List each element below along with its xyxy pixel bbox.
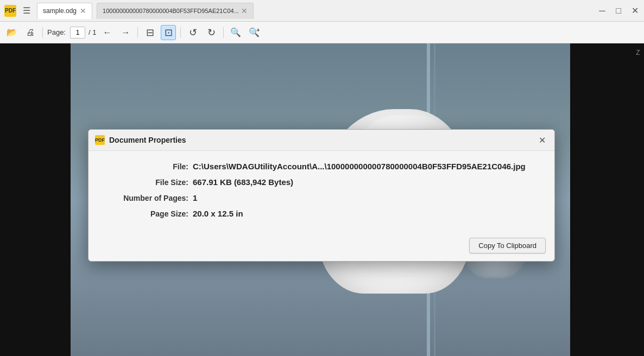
rotate-left-button[interactable]: ↺ [185,25,200,40]
pages-label: Number of Pages: [102,194,188,202]
zoom-out-button[interactable]: 🔍 [228,25,243,40]
tab2-label: 100000000000780000004B0F53FFD95AE21C04..… [103,8,239,14]
toolbar: 📂 🖨 Page: / 1 ← → ⊟ ⊡ ↺ ↻ 🔍 + 🔍 [0,22,644,43]
single-page-view-button[interactable]: ⊡ [161,25,176,40]
document-properties-dialog: PDF Document Properties ✕ File: C:\Users… [88,129,555,262]
close-button[interactable]: ✕ [630,5,640,16]
tab-label: sample.odg [43,7,77,15]
toolbar-separator-1 [42,27,43,38]
file-value: C:\Users\WDAGUtilityAccount\A...\1000000… [193,162,526,171]
dialog-filesize-row: File Size: 667.91 KB (683,942 Bytes) [102,177,541,187]
print-button[interactable]: 🖨 [23,25,38,40]
filesize-label: File Size: [102,178,188,187]
tab-hash-file[interactable]: 100000000000780000004B0F53FFD95AE21C04..… [97,3,254,19]
dialog-overlay: PDF Document Properties ✕ File: C:\Users… [0,43,644,356]
dialog-close-button[interactable]: ✕ [536,134,548,146]
app-logo: PDF [4,5,16,17]
dialog-body: File: C:\Users\WDAGUtilityAccount\A...\1… [89,151,554,233]
file-label: File: [102,162,188,171]
titlebar: PDF ☰ sample.odg ✕ 100000000000780000004… [0,0,644,22]
dialog-file-row: File: C:\Users\WDAGUtilityAccount\A...\1… [102,162,541,171]
pagesize-label: Page Size: [102,209,188,218]
main-content-area: Z PDF Document Properties ✕ File: C:\Use… [0,43,644,356]
zoom-in-button[interactable]: + 🔍 [247,25,262,40]
dialog-logo: PDF [95,135,105,145]
rotate-right-button[interactable]: ↻ [204,25,219,40]
dialog-pages-row: Number of Pages: 1 [102,193,541,202]
tab2-close-icon[interactable]: ✕ [241,7,248,15]
toolbar-separator-3 [180,27,181,38]
split-view-button[interactable]: ⊟ [142,25,157,40]
dialog-titlebar: PDF Document Properties ✕ [89,130,554,151]
page-number-input[interactable] [70,27,85,39]
toolbar-separator-4 [223,27,224,38]
tab-close-icon[interactable]: ✕ [80,7,86,15]
toolbar-separator-2 [137,27,138,38]
page-label: Page: [47,28,66,36]
copy-to-clipboard-button[interactable]: Copy To Clipboard [469,238,546,253]
filesize-value: 667.91 KB (683,942 Bytes) [193,177,293,187]
window-controls: ─ □ ✕ [597,5,640,16]
hamburger-menu[interactable]: ☰ [21,4,33,17]
dialog-pagesize-row: Page Size: 20.0 x 12.5 in [102,209,541,218]
page-total: / 1 [89,28,96,36]
tab-sample-odg[interactable]: sample.odg ✕ [37,3,92,19]
open-file-button[interactable]: 📂 [4,25,20,40]
prev-page-button[interactable]: ← [99,25,115,40]
minimize-button[interactable]: ─ [597,6,607,16]
maximize-button[interactable]: □ [614,6,623,16]
dialog-title: Document Properties [109,136,532,144]
dialog-footer: Copy To Clipboard [89,233,554,261]
pages-value: 1 [193,193,197,202]
next-page-button[interactable]: → [118,25,133,40]
pagesize-value: 20.0 x 12.5 in [193,209,243,218]
